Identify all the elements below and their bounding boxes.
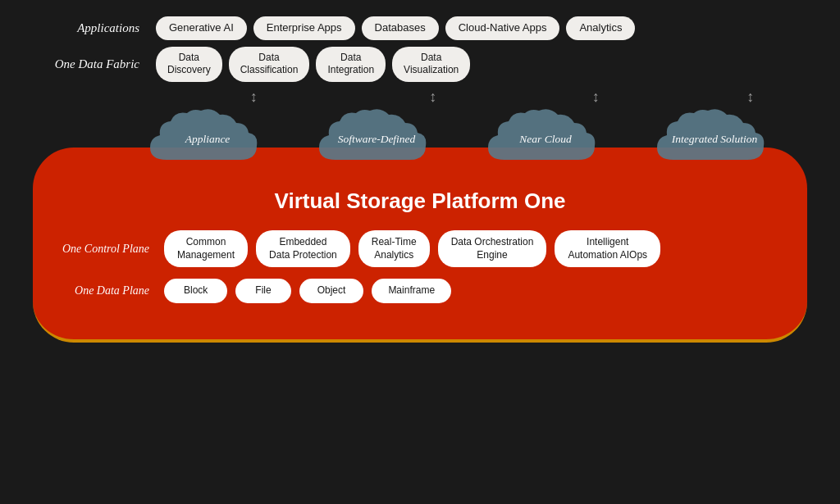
bidirectional-arrow-2: ↕ bbox=[429, 89, 436, 104]
pill-data-visualization: DataVisualization bbox=[392, 47, 470, 82]
data-plane-pills: Block File Object Mainframe bbox=[164, 279, 451, 303]
data-fabric-pills: DataDiscovery DataClassification DataInt… bbox=[156, 47, 470, 82]
control-plane-row: One Control Plane CommonManagement Embed… bbox=[57, 230, 783, 267]
pill-data-discovery: DataDiscovery bbox=[156, 47, 222, 82]
pill-embedded-data-protection: EmbeddedData Protection bbox=[256, 230, 350, 267]
bidirectional-arrow-4: ↕ bbox=[746, 89, 754, 104]
arrow-4: ↕ bbox=[686, 89, 816, 105]
pill-data-integration: DataIntegration bbox=[316, 47, 386, 82]
cloud-shape-appliance: Appliance bbox=[142, 107, 273, 172]
pill-block: Block bbox=[164, 279, 227, 303]
platform-wrapper: Appliance Software-Defined Near Cloud bbox=[25, 107, 815, 343]
pill-object: Object bbox=[299, 279, 364, 303]
cloud-shape-software-defined: Software-Defined bbox=[311, 107, 442, 172]
arrow-1: ↕ bbox=[189, 89, 319, 105]
cloud-software-defined: Software-Defined bbox=[311, 107, 442, 172]
data-fabric-label: One Data Fabric bbox=[25, 57, 156, 71]
pill-generative-ai: Generative AI bbox=[156, 16, 247, 40]
platform-title: Virtual Storage Platform One bbox=[57, 188, 783, 214]
arrow-2: ↕ bbox=[368, 89, 499, 105]
diagram-container: Applications Generative AI Enterprise Ap… bbox=[0, 0, 840, 504]
pill-cloud-native: Cloud-Native Apps bbox=[445, 16, 560, 40]
arrow-3: ↕ bbox=[531, 89, 661, 105]
pill-databases: Databases bbox=[362, 16, 439, 40]
cloud-integrated-solution: Integrated Solution bbox=[649, 107, 780, 172]
pill-common-management: CommonManagement bbox=[164, 230, 248, 267]
pill-file: File bbox=[235, 279, 290, 303]
pill-mainframe: Mainframe bbox=[372, 279, 451, 303]
applications-label: Applications bbox=[25, 21, 156, 35]
pill-real-time-analytics: Real-TimeAnalytics bbox=[358, 230, 430, 267]
bidirectional-arrow-1: ↕ bbox=[250, 89, 258, 104]
applications-row: Applications Generative AI Enterprise Ap… bbox=[25, 16, 815, 40]
arrows-row: ↕ ↕ ↕ ↕ bbox=[156, 89, 815, 105]
pill-data-orchestration-engine: Data OrchestrationEngine bbox=[438, 230, 547, 267]
cloud-shape-integrated-solution: Integrated Solution bbox=[649, 107, 780, 172]
control-plane-label: One Control Plane bbox=[57, 243, 164, 256]
cloud-shape-near-cloud: Near Cloud bbox=[480, 107, 611, 172]
cloud-near-cloud: Near Cloud bbox=[480, 107, 611, 172]
cloud-appliance: Appliance bbox=[142, 107, 273, 172]
data-fabric-row: One Data Fabric DataDiscovery DataClassi… bbox=[25, 47, 815, 82]
data-plane-row: One Data Plane Block File Object Mainfra… bbox=[57, 279, 783, 303]
red-platform: Virtual Storage Platform One One Control… bbox=[33, 148, 807, 343]
pill-analytics: Analytics bbox=[566, 16, 635, 40]
pill-intelligent-automation-aiops: IntelligentAutomation AIOps bbox=[555, 230, 660, 267]
bidirectional-arrow-3: ↕ bbox=[592, 89, 600, 104]
applications-pills: Generative AI Enterprise Apps Databases … bbox=[156, 16, 635, 40]
pill-enterprise-apps: Enterprise Apps bbox=[253, 16, 355, 40]
clouds-row: Appliance Software-Defined Near Cloud bbox=[123, 107, 799, 172]
pill-data-classification: DataClassification bbox=[229, 47, 310, 82]
data-plane-label: One Data Plane bbox=[57, 284, 164, 297]
control-plane-pills: CommonManagement EmbeddedData Protection… bbox=[164, 230, 660, 267]
